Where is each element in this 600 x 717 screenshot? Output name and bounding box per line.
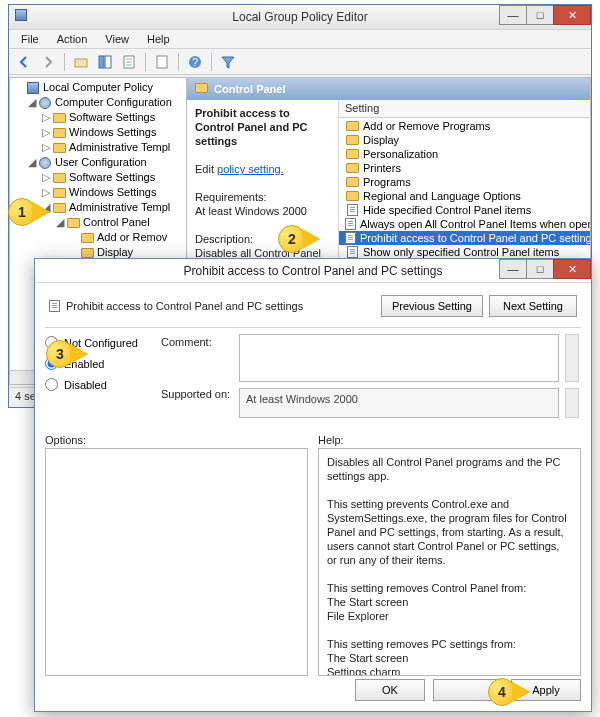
tree-item[interactable]: ◢Administrative Templ — [12, 200, 186, 215]
comment-textarea[interactable] — [239, 334, 559, 382]
dialog-titlebar[interactable]: Prohibit access to Control Panel and PC … — [35, 259, 591, 283]
list-item[interactable]: Show only specified Control Panel items — [339, 245, 590, 259]
minimize-button[interactable]: — — [499, 5, 527, 25]
next-setting-button[interactable]: Next Setting — [489, 295, 577, 317]
svg-rect-0 — [75, 59, 87, 67]
help-label: Help: — [318, 434, 581, 446]
setting-title: Prohibit access to Control Panel and PC … — [195, 107, 307, 147]
list-item[interactable]: Personalization — [339, 147, 590, 161]
supported-label: Supported on: — [161, 388, 233, 400]
main-title: Local Group Policy Editor — [232, 10, 367, 24]
radio-disabled[interactable]: Disabled — [45, 378, 155, 391]
menu-action[interactable]: Action — [49, 31, 96, 47]
folder-icon — [345, 177, 359, 187]
details-header: Control Panel — [187, 78, 590, 100]
folder-icon — [195, 83, 208, 95]
svg-rect-4 — [157, 56, 167, 68]
folder-icon — [345, 135, 359, 145]
supported-value: At least Windows 2000 — [239, 388, 559, 418]
show-hide-tree-button[interactable] — [94, 51, 116, 73]
tree-item[interactable]: Add or Remov — [12, 230, 186, 245]
menu-help[interactable]: Help — [139, 31, 178, 47]
options-label: Options: — [45, 434, 308, 446]
details-header-text: Control Panel — [214, 83, 286, 95]
setting-icon — [345, 232, 356, 244]
toolbar: ? — [9, 49, 591, 75]
options-box[interactable] — [45, 448, 308, 676]
list-item[interactable]: Hide specified Control Panel items — [339, 203, 590, 217]
list-item-label: Always open All Control Panel Items when… — [360, 218, 590, 230]
svg-rect-2 — [105, 56, 111, 68]
list-item[interactable]: Add or Remove Programs — [339, 119, 590, 133]
list-item-label: Show only specified Control Panel items — [363, 246, 559, 258]
list-item[interactable]: Regional and Language Options — [339, 189, 590, 203]
list-item[interactable]: Printers — [339, 161, 590, 175]
close-button[interactable]: ✕ — [553, 5, 591, 25]
setting-icon — [345, 246, 359, 258]
list-item-label: Add or Remove Programs — [363, 120, 490, 132]
column-setting[interactable]: Setting — [339, 100, 590, 118]
maximize-button[interactable]: □ — [526, 5, 554, 25]
list-item[interactable]: Display — [339, 133, 590, 147]
list-item-label: Programs — [363, 176, 411, 188]
tree-item[interactable]: ▷Software Settings — [12, 110, 186, 125]
comment-label: Comment: — [161, 334, 233, 348]
folder-icon — [345, 191, 359, 201]
supported-scroll[interactable] — [565, 388, 579, 418]
tree-root[interactable]: Local Computer Policy — [12, 80, 186, 95]
cancel-button[interactable] — [433, 679, 503, 701]
refresh-button[interactable] — [151, 51, 173, 73]
list-item-label: Personalization — [363, 148, 438, 160]
radio-enabled[interactable]: Enabled — [45, 357, 155, 370]
filter-button[interactable] — [217, 51, 239, 73]
tree-control-panel[interactable]: ◢Control Panel — [12, 215, 186, 230]
previous-setting-button[interactable]: Previous Setting — [381, 295, 483, 317]
properties-button[interactable] — [118, 51, 140, 73]
list-item-label: Printers — [363, 162, 401, 174]
radio-not-configured[interactable]: Not Configured — [45, 336, 155, 349]
help-box[interactable]: Disables all Control Panel programs and … — [318, 448, 581, 676]
main-titlebar[interactable]: Local Group Policy Editor — □ ✕ — [9, 5, 591, 29]
ok-button[interactable]: OK — [355, 679, 425, 701]
tree-item[interactable]: ▷Administrative Templ — [12, 140, 186, 155]
comment-scroll[interactable] — [565, 334, 579, 382]
tree-item[interactable]: ▷Software Settings — [12, 170, 186, 185]
folder-icon — [345, 121, 359, 131]
list-item[interactable]: Prohibit access to Control Panel and PC … — [339, 231, 590, 245]
menubar: File Action View Help — [9, 29, 591, 49]
svg-rect-1 — [99, 56, 104, 68]
forward-button[interactable] — [37, 51, 59, 73]
help-button[interactable]: ? — [184, 51, 206, 73]
tree-item[interactable]: ▷Windows Settings — [12, 185, 186, 200]
setting-icon — [49, 300, 60, 312]
back-button[interactable] — [13, 51, 35, 73]
policy-setting-link[interactable]: policy setting. — [217, 163, 284, 175]
list-item-label: Hide specified Control Panel items — [363, 204, 531, 216]
dialog-close-button[interactable]: ✕ — [553, 259, 591, 279]
tree-user-config[interactable]: ◢User Configuration — [12, 155, 186, 170]
svg-text:?: ? — [192, 56, 198, 68]
folder-icon — [345, 163, 359, 173]
list-item[interactable]: Always open All Control Panel Items when… — [339, 217, 590, 231]
setting-icon — [345, 218, 356, 230]
list-item-label: Display — [363, 134, 399, 146]
apply-button[interactable]: Apply — [511, 679, 581, 701]
setting-icon — [345, 204, 359, 216]
tree-item[interactable]: ▷Windows Settings — [12, 125, 186, 140]
menu-file[interactable]: File — [13, 31, 47, 47]
dialog-title: Prohibit access to Control Panel and PC … — [184, 264, 443, 278]
tree-computer-config[interactable]: ◢Computer Configuration — [12, 95, 186, 110]
policy-dialog: Prohibit access to Control Panel and PC … — [34, 258, 592, 712]
list-item-label: Regional and Language Options — [363, 190, 521, 202]
menu-view[interactable]: View — [97, 31, 137, 47]
folder-icon — [345, 149, 359, 159]
list-item[interactable]: Programs — [339, 175, 590, 189]
dialog-heading: Prohibit access to Control Panel and PC … — [49, 300, 303, 312]
app-icon — [15, 9, 31, 25]
dialog-maximize-button[interactable]: □ — [526, 259, 554, 279]
dialog-minimize-button[interactable]: — — [499, 259, 527, 279]
up-button[interactable] — [70, 51, 92, 73]
list-item-label: Prohibit access to Control Panel and PC … — [360, 232, 590, 244]
